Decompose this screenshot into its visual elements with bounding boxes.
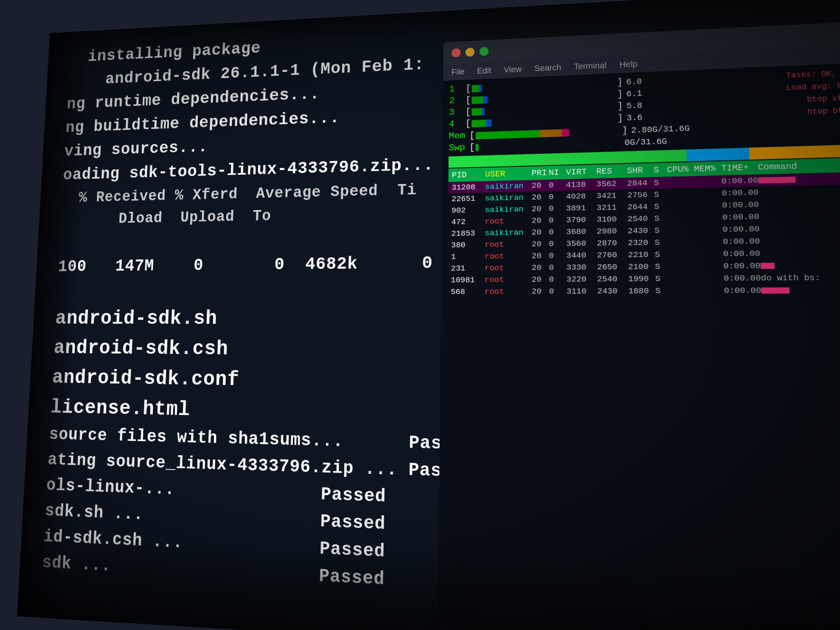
- cmd-1: [760, 248, 840, 259]
- ni-380: 0: [549, 239, 566, 249]
- ni-31208: 0: [549, 181, 566, 190]
- menu-terminal[interactable]: Terminal: [574, 60, 607, 71]
- cpu-1: [668, 249, 696, 259]
- mem-231: [696, 261, 724, 271]
- ni-21853: 0: [549, 227, 566, 237]
- s-568: S: [655, 286, 669, 296]
- s-10981: S: [655, 274, 669, 284]
- mem-1: [696, 249, 723, 259]
- cmd-902: [759, 198, 840, 209]
- mem-10981: [696, 274, 724, 284]
- menu-file[interactable]: File: [452, 67, 465, 76]
- terminal-right: File Edit View Search Terminal Help 1 [ …: [438, 21, 840, 630]
- header-res: RES: [596, 166, 627, 176]
- shr-568: 1880: [628, 286, 656, 296]
- header-user: USER: [485, 168, 532, 179]
- header-cpu: CPU%: [667, 164, 694, 175]
- pri-902: 20: [532, 204, 549, 214]
- user-472: root: [485, 216, 531, 226]
- res-902: 3211: [596, 202, 627, 213]
- menu-help[interactable]: Help: [620, 59, 638, 69]
- shr-22651: 2756: [627, 190, 654, 200]
- cpu-val-3: 5.8: [626, 101, 642, 111]
- shr-472: 2540: [627, 214, 654, 223]
- time-902: 0:00.00: [722, 200, 759, 210]
- time-472: 0:00.00: [722, 212, 760, 222]
- mem-val: 2.80G/31.6G: [631, 123, 690, 135]
- line-9: 100 147M 0 0 4682k 0 0:00: [58, 250, 438, 279]
- cmd-231: [761, 260, 840, 270]
- mem-472: [695, 213, 722, 223]
- pri-21853: 20: [532, 228, 549, 237]
- time-380: 0:00.00: [723, 236, 760, 247]
- dot-green[interactable]: [480, 47, 489, 56]
- pri-31208: 20: [532, 181, 549, 191]
- time-21853: 0:00.00: [722, 224, 760, 234]
- res-31208: 3562: [596, 179, 627, 189]
- pid-380: 380: [451, 240, 485, 250]
- user-31208: saikiran: [485, 181, 532, 192]
- time-1: 0:00.00: [723, 249, 761, 259]
- s-22651: S: [654, 190, 667, 200]
- cpu-bar-4: [472, 115, 617, 127]
- menu-edit[interactable]: Edit: [477, 66, 491, 75]
- cmd-380: [760, 235, 840, 246]
- user-380: root: [485, 240, 532, 249]
- ni-1: 0: [549, 251, 566, 261]
- terminal-left: installing package android-sdk 26.1.1-1 …: [17, 10, 464, 630]
- menu-view[interactable]: View: [504, 64, 522, 74]
- pid-21853: 21853: [451, 228, 485, 238]
- s-472: S: [654, 214, 668, 223]
- pri-472: 20: [532, 216, 549, 226]
- cpu-label-1: 1: [449, 84, 465, 94]
- dot-red[interactable]: [452, 48, 461, 57]
- ni-22651: 0: [549, 192, 566, 202]
- res-21853: 2980: [597, 226, 628, 236]
- proc-row-10[interactable]: 568 root 20 0 3110 2430 1880 S 0:00.00: [447, 284, 840, 298]
- cpu-902: [667, 201, 695, 211]
- time-31208: 0:00.00: [722, 176, 759, 186]
- cpu-val-2: 6.1: [626, 89, 642, 99]
- scene: installing package android-sdk 26.1.1-1 …: [17, 0, 840, 630]
- res-472: 3100: [597, 215, 628, 224]
- res-10981: 2540: [597, 274, 628, 284]
- cmd-568: [761, 285, 840, 295]
- shr-231: 2100: [628, 262, 655, 272]
- header-ni: NI: [549, 168, 566, 178]
- mem-22651: [694, 189, 722, 199]
- header-virt: VIRT: [566, 167, 596, 177]
- user-568: root: [485, 287, 532, 297]
- right-stat-1: Tasks: OK, 4t: [786, 68, 840, 80]
- time-22651: 0:00.00: [722, 188, 759, 198]
- mem-568: [696, 286, 724, 296]
- right-stat-3: btop xfrd: [807, 93, 840, 103]
- cpu-label-3: 3: [449, 107, 465, 118]
- menu-search[interactable]: Search: [534, 63, 561, 73]
- dot-yellow[interactable]: [465, 47, 475, 57]
- user-231: root: [485, 263, 532, 273]
- line-11: android-sdk.csh: [53, 333, 436, 366]
- s-231: S: [655, 262, 669, 272]
- cpu-380: [668, 237, 696, 247]
- pri-231: 20: [532, 263, 549, 273]
- s-1: S: [655, 250, 669, 260]
- s-380: S: [655, 238, 669, 247]
- cmd-31208: [758, 173, 840, 185]
- res-231: 2650: [597, 262, 628, 272]
- shr-21853: 2430: [627, 226, 654, 236]
- cpu-472: [668, 213, 695, 223]
- swp-label: Swp: [449, 142, 469, 153]
- swp-bar: [476, 139, 621, 151]
- time-568: 0:00.00: [724, 286, 761, 295]
- cpu-21853: [668, 225, 695, 235]
- virt-31208: 4138: [566, 180, 596, 190]
- cpu-label-4: 4: [449, 119, 465, 129]
- virt-231: 3330: [566, 262, 597, 272]
- ni-231: 0: [549, 263, 567, 273]
- virt-21853: 3680: [566, 227, 597, 236]
- mem-31208: [694, 177, 722, 187]
- user-22651: saikiran: [485, 193, 532, 203]
- shr-10981: 1990: [628, 274, 655, 284]
- res-380: 2870: [597, 238, 628, 248]
- ni-472: 0: [549, 215, 566, 225]
